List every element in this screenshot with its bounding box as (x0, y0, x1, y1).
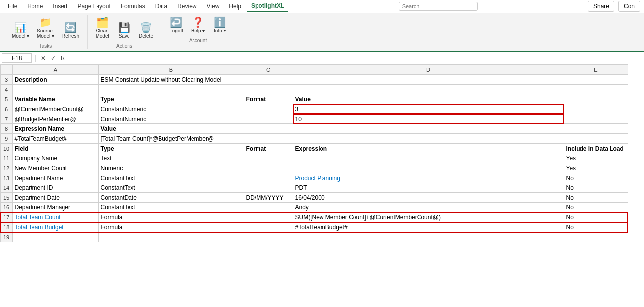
cell-4-c[interactable] (244, 85, 293, 94)
cell-13-b[interactable]: ConstantText (98, 173, 244, 183)
cell-19-c[interactable] (244, 232, 293, 242)
ribbon-btn-save[interactable]: 💾 Save (114, 21, 134, 41)
cell-15-e[interactable]: No (564, 193, 628, 203)
cell-11-c[interactable] (244, 154, 293, 163)
cell-18-a[interactable]: Total Team Budget (12, 222, 98, 232)
cell-17-a[interactable]: Total Team Count (12, 213, 98, 222)
cell-14-c[interactable] (244, 183, 293, 193)
col-header-e[interactable]: E (564, 65, 628, 75)
col-header-c[interactable]: C (244, 65, 293, 75)
cell-16-b[interactable]: ConstantText (98, 203, 244, 213)
menu-data[interactable]: Data (151, 1, 171, 11)
cell-7-a[interactable]: @BudgetPerMember@ (12, 114, 98, 124)
cell-6-c[interactable] (244, 104, 293, 114)
cell-4-d[interactable] (293, 85, 564, 94)
cell-19-e[interactable] (564, 232, 628, 242)
cell-8-b[interactable]: Value (98, 124, 244, 134)
cell-10-b[interactable]: Type (98, 144, 244, 154)
cell-13-e[interactable]: No (564, 173, 628, 183)
cell-15-d[interactable]: 16/04/2000 (293, 193, 564, 203)
cell-9-a[interactable]: #TotalTeamBudget# (12, 134, 98, 144)
cell-3-d[interactable] (293, 75, 564, 85)
cell-15-b[interactable]: ConstantDate (98, 193, 244, 203)
cell-13-c[interactable] (244, 173, 293, 183)
cell-7-d[interactable]: 10 (293, 114, 564, 124)
ribbon-btn-info[interactable]: ℹ️ Info ▾ (210, 15, 229, 35)
cell-15-a[interactable]: Department Date (12, 193, 98, 203)
cell-12-e[interactable]: Yes (564, 163, 628, 173)
cell-6-e[interactable] (564, 104, 628, 114)
cell-6-d[interactable]: 3 (293, 104, 564, 114)
formula-input[interactable] (68, 54, 642, 62)
cell-5-e[interactable] (564, 94, 628, 104)
cell-18-d[interactable]: #TotalTeamBudget# (293, 222, 564, 232)
cell-5-c[interactable]: Format (244, 94, 293, 104)
cell-6-b[interactable]: ConstantNumeric (98, 104, 244, 114)
cell-12-d[interactable] (293, 163, 564, 173)
cell-17-c[interactable] (244, 213, 293, 222)
cell-12-b[interactable]: Numeric (98, 163, 244, 173)
menu-page-layout[interactable]: Page Layout (73, 1, 114, 11)
cell-14-a[interactable]: Department ID (12, 183, 98, 193)
cell-11-b[interactable]: Text (98, 154, 244, 163)
cell-17-b[interactable]: Formula (98, 213, 244, 222)
cell-7-e[interactable] (564, 114, 628, 124)
cell-9-d[interactable] (293, 134, 564, 144)
cell-17-d[interactable]: SUM([New Member Count]+@CurrentMemberCou… (293, 213, 564, 222)
ribbon-btn-delete[interactable]: 🗑️ Delete (136, 21, 156, 41)
ribbon-btn-source-model[interactable]: 📁 SourceModel ▾ (34, 15, 57, 41)
cell-18-c[interactable] (244, 222, 293, 232)
cell-7-c[interactable] (244, 114, 293, 124)
cell-19-b[interactable] (98, 232, 244, 242)
cell-16-c[interactable] (244, 203, 293, 213)
cell-10-c[interactable]: Format (244, 144, 293, 154)
cell-8-d[interactable] (293, 124, 564, 134)
search-input[interactable] (399, 2, 478, 11)
cell-9-b[interactable]: [Total Team Count]*@BudgetPerMember@ (98, 134, 244, 144)
cell-19-d[interactable] (293, 232, 564, 242)
cell-8-e[interactable] (564, 124, 628, 134)
cell-9-c[interactable] (244, 134, 293, 144)
cell-5-b[interactable]: Type (98, 94, 244, 104)
ribbon-btn-help[interactable]: ❓ Help ▾ (188, 15, 208, 35)
cell-13-d[interactable]: Product Planning (293, 173, 564, 183)
cell-6-a[interactable]: @CurrentMemberCount@ (12, 104, 98, 114)
cell-11-a[interactable]: Company Name (12, 154, 98, 163)
cell-10-e[interactable]: Include in Data Load (564, 144, 628, 154)
share-button[interactable]: Share (588, 1, 614, 12)
cell-7-b[interactable]: ConstantNumeric (98, 114, 244, 124)
cell-16-d[interactable]: Andy (293, 203, 564, 213)
ribbon-btn-model[interactable]: 📊 Model ▾ (9, 21, 32, 41)
cell-3-b[interactable]: ESM Constant Update without Clearing Mod… (98, 75, 244, 85)
cell-8-a[interactable]: Expression Name (12, 124, 98, 134)
ribbon-btn-logoff[interactable]: ↩️ Logoff (166, 15, 186, 35)
cell-11-d[interactable] (293, 154, 564, 163)
menu-spotlightxl[interactable]: SpotlightXL (247, 1, 288, 12)
col-header-b[interactable]: B (98, 65, 244, 75)
menu-home[interactable]: Home (23, 1, 47, 11)
cell-15-c[interactable]: DD/MM/YYYY (244, 193, 293, 203)
cell-16-a[interactable]: Department Manager (12, 203, 98, 213)
cell-17-e[interactable]: No (564, 213, 628, 222)
cell-12-c[interactable] (244, 163, 293, 173)
col-header-d[interactable]: D (293, 65, 564, 75)
cell-4-e[interactable] (564, 85, 628, 94)
cell-14-d[interactable]: PDT (293, 183, 564, 193)
cell-3-a[interactable]: Description (12, 75, 98, 85)
menu-review[interactable]: Review (173, 1, 200, 11)
ribbon-btn-refresh[interactable]: 🔄 Refresh (59, 21, 82, 41)
menu-view[interactable]: View (203, 1, 224, 11)
col-header-a[interactable]: A (12, 65, 98, 75)
con-button[interactable]: Con (618, 1, 640, 12)
menu-help[interactable]: Help (225, 1, 245, 11)
menu-insert[interactable]: Insert (49, 1, 71, 11)
cancel-formula-btn[interactable]: ✕ (39, 55, 47, 61)
cell-5-d[interactable]: Value (293, 94, 564, 104)
cell-11-e[interactable]: Yes (564, 154, 628, 163)
cell-13-a[interactable]: Department Name (12, 173, 98, 183)
cell-18-b[interactable]: Formula (98, 222, 244, 232)
cell-8-c[interactable] (244, 124, 293, 134)
cell-3-c[interactable] (244, 75, 293, 85)
confirm-formula-btn[interactable]: ✓ (49, 55, 57, 61)
cell-10-d[interactable]: Expression (293, 144, 564, 154)
